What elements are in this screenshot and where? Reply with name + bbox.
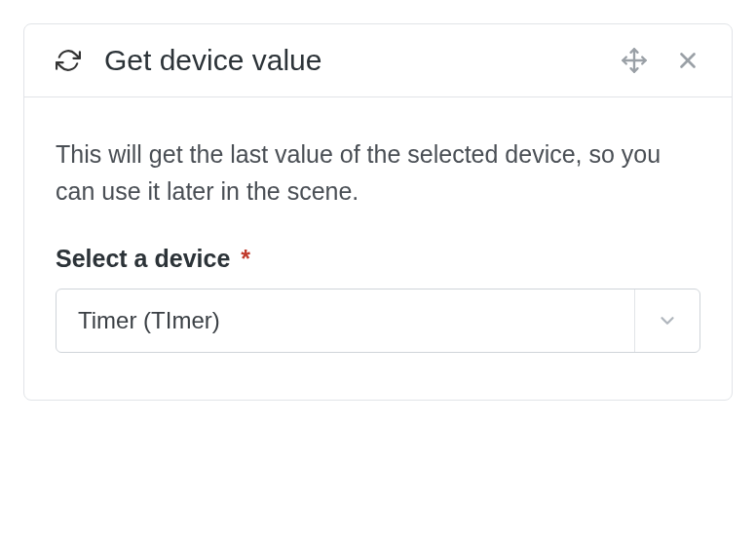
card-body: This will get the last value of the sele… bbox=[24, 97, 732, 400]
required-mark: * bbox=[241, 245, 250, 272]
move-icon[interactable] bbox=[621, 47, 648, 74]
refresh-icon bbox=[56, 48, 81, 73]
device-select-label: Select a device * bbox=[56, 245, 700, 273]
description-text: This will get the last value of the sele… bbox=[56, 136, 700, 210]
close-icon[interactable] bbox=[675, 48, 700, 73]
card-title: Get device value bbox=[104, 44, 621, 77]
card-header: Get device value bbox=[24, 24, 732, 97]
device-select-value: Timer (TImer) bbox=[57, 289, 634, 352]
device-select[interactable]: Timer (TImer) bbox=[56, 289, 700, 353]
header-actions bbox=[621, 47, 700, 74]
chevron-down-icon bbox=[634, 289, 699, 352]
get-device-value-card: Get device value This will g bbox=[23, 23, 733, 401]
field-label-text: Select a device bbox=[56, 245, 230, 272]
